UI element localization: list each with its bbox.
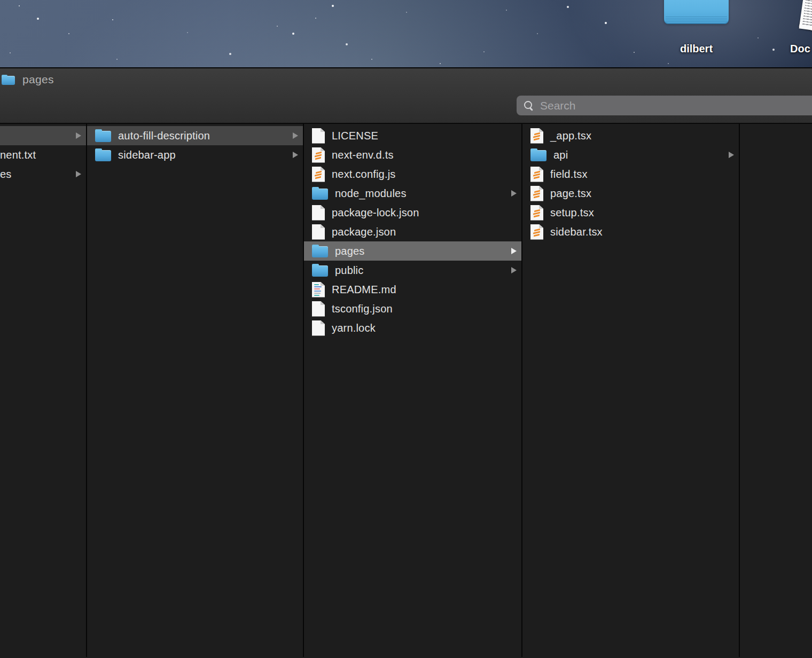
search-input[interactable] bbox=[540, 99, 812, 112]
file-row[interactable]: node_modules bbox=[304, 184, 521, 203]
wallpaper-stars bbox=[0, 0, 1, 1]
file-name: api bbox=[553, 149, 568, 161]
column-view: nent.txtesauto-fill-descriptionsidebar-a… bbox=[0, 124, 812, 657]
folder-icon bbox=[530, 150, 546, 161]
file-row[interactable]: pages bbox=[304, 241, 521, 261]
file-row[interactable]: auto-fill-description bbox=[87, 126, 303, 145]
file-icon bbox=[312, 320, 325, 336]
finder-column-2: auto-fill-descriptionsidebar-app bbox=[87, 124, 304, 657]
file-name: nent.txt bbox=[0, 149, 36, 161]
file-row[interactable]: next.config.js bbox=[304, 164, 521, 184]
document-stack-icon bbox=[798, 0, 812, 43]
finder-column-empty bbox=[740, 124, 812, 657]
file-icon bbox=[312, 224, 325, 240]
window-title: pages bbox=[2, 73, 54, 86]
file-name: setup.tsx bbox=[550, 207, 594, 219]
file-name: next.config.js bbox=[332, 168, 396, 181]
folder-icon bbox=[95, 150, 111, 161]
file-icon bbox=[312, 301, 325, 317]
file-row[interactable]: sidebar-app bbox=[87, 145, 303, 164]
finder-column-4: _app.tsxapifield.tsxpage.tsxsetup.tsxsid… bbox=[522, 124, 740, 657]
file-row[interactable]: api bbox=[522, 145, 739, 164]
code-file-icon bbox=[530, 224, 543, 240]
file-row[interactable]: nent.txt bbox=[0, 145, 86, 164]
file-row[interactable]: page.tsx bbox=[522, 184, 739, 203]
file-row[interactable]: setup.tsx bbox=[522, 203, 739, 222]
chevron-right-icon bbox=[293, 132, 298, 139]
file-name: pages bbox=[335, 245, 365, 257]
file-row[interactable]: es bbox=[0, 164, 86, 184]
file-name: sidebar.tsx bbox=[550, 226, 603, 238]
finder-column-1: nent.txtes bbox=[0, 124, 87, 657]
file-row[interactable]: field.tsx bbox=[522, 164, 739, 184]
code-file-icon bbox=[312, 147, 325, 163]
file-name: next-env.d.ts bbox=[332, 149, 394, 161]
file-row[interactable]: tsconfig.json bbox=[304, 299, 521, 318]
file-row[interactable]: yarn.lock bbox=[304, 318, 521, 338]
file-row[interactable]: sidebar.tsx bbox=[522, 222, 739, 241]
file-name: yarn.lock bbox=[332, 322, 376, 334]
file-name: sidebar-app bbox=[118, 149, 176, 161]
file-row[interactable]: README.md bbox=[304, 280, 521, 299]
file-name: package.json bbox=[332, 226, 396, 238]
chevron-right-icon bbox=[729, 152, 734, 158]
file-row[interactable]: package-lock.json bbox=[304, 203, 521, 222]
file-name: node_modules bbox=[335, 187, 407, 200]
desktop-icon-label: dilbert bbox=[664, 43, 729, 55]
folder-icon bbox=[95, 131, 111, 142]
code-file-icon bbox=[530, 205, 543, 221]
search-field[interactable] bbox=[517, 96, 812, 115]
file-name: page.tsx bbox=[550, 187, 591, 200]
file-row[interactable]: public bbox=[304, 261, 521, 280]
chevron-right-icon bbox=[76, 132, 81, 139]
code-file-icon bbox=[312, 167, 325, 182]
folder-icon bbox=[312, 246, 328, 257]
folder-icon bbox=[2, 76, 15, 85]
folder-icon bbox=[312, 189, 328, 200]
file-row[interactable]: _app.tsx bbox=[522, 126, 739, 145]
chevron-right-icon bbox=[511, 248, 517, 254]
file-name: public bbox=[335, 264, 363, 277]
chevron-right-icon bbox=[76, 171, 81, 177]
folder-icon bbox=[664, 0, 729, 24]
window-chrome: pages bbox=[0, 68, 812, 124]
file-name: _app.tsx bbox=[550, 130, 591, 142]
file-row[interactable]: next-env.d.ts bbox=[304, 145, 521, 164]
code-file-icon bbox=[530, 186, 543, 201]
chevron-right-icon bbox=[511, 267, 517, 273]
file-icon bbox=[312, 128, 325, 144]
file-name: package-lock.json bbox=[332, 207, 419, 219]
file-name: tsconfig.json bbox=[332, 303, 393, 315]
desktop: dilbert Doc bbox=[0, 0, 812, 67]
desktop-icon-label: Doc bbox=[790, 43, 812, 55]
file-row[interactable]: LICENSE bbox=[304, 126, 521, 145]
chevron-right-icon bbox=[293, 152, 298, 158]
finder-window: pages nent.txtesauto-fill-descriptionsid… bbox=[0, 67, 812, 658]
file-name: README.md bbox=[332, 284, 396, 296]
file-name: field.tsx bbox=[550, 168, 588, 181]
code-file-icon bbox=[530, 128, 543, 144]
file-icon bbox=[312, 205, 325, 221]
file-name: auto-fill-description bbox=[118, 130, 210, 142]
finder-column-3: LICENSEnext-env.d.tsnext.config.jsnode_m… bbox=[304, 124, 522, 657]
search-icon bbox=[523, 100, 535, 112]
file-name: LICENSE bbox=[332, 130, 378, 142]
screen: dilbert Doc pages nent.txtesauto-fill-de… bbox=[0, 0, 812, 658]
code-file-icon bbox=[530, 167, 543, 182]
file-name: es bbox=[0, 168, 12, 181]
file-row[interactable] bbox=[0, 126, 86, 145]
file-row[interactable]: package.json bbox=[304, 222, 521, 241]
chevron-right-icon bbox=[511, 190, 517, 197]
window-title-text: pages bbox=[22, 73, 54, 86]
readme-file-icon bbox=[312, 282, 325, 297]
folder-icon bbox=[312, 265, 328, 277]
